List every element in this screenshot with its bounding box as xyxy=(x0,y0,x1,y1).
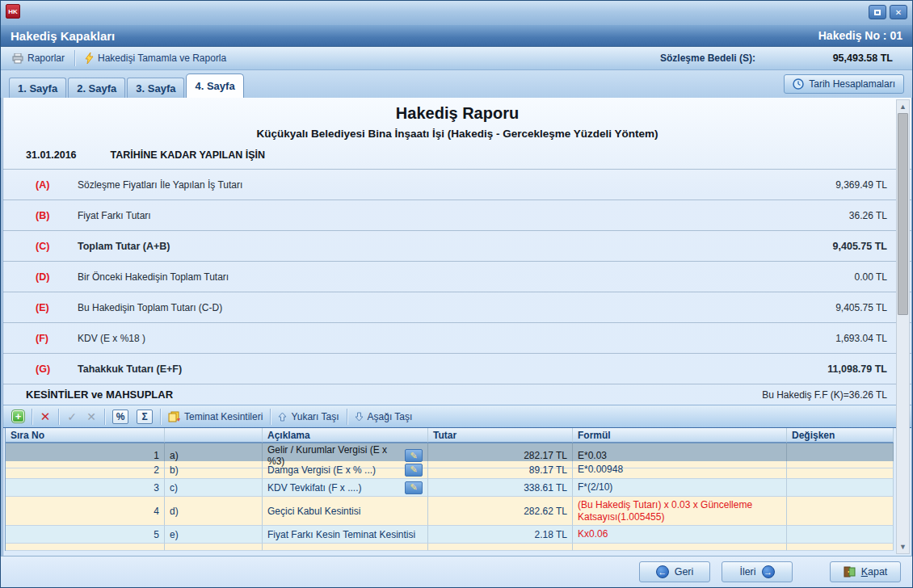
col-header-degisken[interactable]: Değişken xyxy=(787,428,894,443)
report-subtitle: Küçükyalı Belediyesi Bina İnşaatı İşi (H… xyxy=(3,128,911,140)
col-header-formul[interactable]: Formül xyxy=(573,428,787,443)
cancel-icon: ✕ xyxy=(86,410,96,423)
cancel-edit-button[interactable]: ✕ xyxy=(82,408,101,426)
close-icon: ✕ xyxy=(895,8,902,17)
summary-row-b: (B) Fiyat Farkı Tutarı 36.26 TL xyxy=(3,200,911,230)
col-header-tutar[interactable]: Tutar xyxy=(428,428,573,443)
main-toolbar: Raporlar Hakedişi Tamamla ve Raporla Söz… xyxy=(1,47,912,70)
table-row[interactable]: 2 b) Damga Vergisi (E x % ...)✎ 89.17 TL… xyxy=(6,461,894,479)
deductions-toolbar: + ✕ ✓ ✕ % Σ Teminat Kesintileri Yukarı T xyxy=(3,405,911,428)
teminat-kesintileri-button[interactable]: Teminat Kesintileri xyxy=(164,408,267,426)
tab-sayfa-3[interactable]: 3. Sayfa xyxy=(127,78,184,98)
maximize-icon xyxy=(874,10,881,15)
edit-row-icon[interactable]: ✎ xyxy=(405,449,423,462)
footer-bar: ← Geri İleri → Kapat xyxy=(1,556,912,587)
delete-row-button[interactable]: ✕ xyxy=(36,408,55,426)
table-row-partial xyxy=(6,544,894,551)
deductions-title: KESİNTİLER ve MAHSUPLAR xyxy=(26,388,762,401)
clock-icon xyxy=(793,78,804,90)
table-header-row: Sıra No Açıklama Tutar Formül Değişken xyxy=(6,428,894,443)
exit-door-icon xyxy=(844,566,856,578)
title-bar: HK ✕ xyxy=(1,1,912,25)
table-row[interactable]: 4 d) Geçici Kabul Kesintisi 282.62 TL (B… xyxy=(6,497,894,526)
next-button[interactable]: İleri → xyxy=(722,561,793,582)
report-dateline: 31.01.2016 TARİHİNE KADAR YAPILAN İŞİN xyxy=(26,149,911,161)
contract-amount-value: 95,493.58 TL xyxy=(755,52,893,64)
delete-icon: ✕ xyxy=(40,410,51,424)
tab-sayfa-2[interactable]: 2. Sayfa xyxy=(68,78,125,98)
report-date: 31.01.2016 xyxy=(26,149,77,161)
hakedis-no-label: Hakediş No : 01 xyxy=(818,29,902,42)
header-band: Hakediş Kapakları Hakediş No : 01 xyxy=(1,25,912,47)
table-row[interactable]: 3 c) KDV Tevkifatı (F x ....)✎ 338.61 TL… xyxy=(6,479,894,497)
col-header-sira-no[interactable]: Sıra No xyxy=(6,428,165,443)
toolbar-separator xyxy=(104,409,105,425)
lightning-icon xyxy=(85,52,94,64)
scrollbar-thumb[interactable] xyxy=(898,113,908,315)
apply-button[interactable]: ✓ xyxy=(62,408,82,426)
edit-row-icon[interactable]: ✎ xyxy=(405,481,423,494)
summary-row-a: (A) Sözleşme Fiyatları İle Yapılan İş Tu… xyxy=(3,169,911,200)
summary-row-e: (E) Bu Hakedişin Toplam Tutarı (C-D) 9,4… xyxy=(3,292,911,322)
sigma-icon: Σ xyxy=(137,410,153,424)
summary-rows: (A) Sözleşme Fiyatları İle Yapılan İş Tu… xyxy=(3,169,911,384)
toolbar-separator xyxy=(347,409,347,425)
edit-row-icon[interactable]: ✎ xyxy=(405,464,423,477)
toolbar-separator xyxy=(160,409,161,425)
toolbar-separator xyxy=(58,409,59,425)
app-icon: HK xyxy=(6,4,20,19)
table-row[interactable]: 5 e) Fiyat Farkı Kesin Teminat Kesintisi… xyxy=(6,526,894,544)
arrow-left-icon: ← xyxy=(656,565,669,578)
summary-row-g: (G) Tahakkuk Tutarı (E+F) 11,098.79 TL xyxy=(3,353,911,384)
deductions-table: Sıra No Açıklama Tutar Formül Değişken 1… xyxy=(5,428,894,551)
move-down-button[interactable]: Aşağı Taşı xyxy=(351,408,417,426)
arrow-up-icon xyxy=(278,412,287,422)
close-window-button[interactable]: Kapat xyxy=(830,561,901,582)
tab-sayfa-1[interactable]: 1. Sayfa xyxy=(9,78,66,98)
tab-strip: 1. Sayfa 2. Sayfa 3. Sayfa 4. Sayfa Tari… xyxy=(1,70,912,98)
arrow-down-icon xyxy=(355,412,364,422)
date-calculations-button[interactable]: Tarih Hesaplamaları xyxy=(784,74,904,94)
col-header-letter[interactable] xyxy=(165,428,263,443)
summary-row-d: (D) Bir Önceki Hakedişin Toplam Tutarı 0… xyxy=(3,261,911,292)
report-title: Hakediş Raporu xyxy=(3,104,911,123)
toolbar-separator xyxy=(32,409,32,425)
tab-sayfa-4[interactable]: 4. Sayfa xyxy=(186,74,243,98)
summary-row-f: (F) KDV (E x %18 ) 1,693.04 TL xyxy=(3,322,911,353)
report-page: Hakediş Raporu Küçükyalı Belediyesi Bina… xyxy=(1,98,912,556)
contract-amount-label: Sözleşme Bedeli (S): xyxy=(660,52,755,64)
add-row-button[interactable]: + xyxy=(8,408,28,426)
percent-icon: % xyxy=(112,410,128,424)
close-button[interactable]: ✕ xyxy=(890,5,907,19)
scroll-down-icon[interactable]: ▼ xyxy=(897,540,909,553)
move-up-button[interactable]: Yukarı Taşı xyxy=(274,408,343,426)
plus-icon: + xyxy=(12,410,24,422)
deductions-header: KESİNTİLER ve MAHSUPLAR Bu Hakediş F.F (… xyxy=(3,384,911,405)
printer-icon xyxy=(12,53,23,64)
guarantee-deductions-icon xyxy=(168,411,180,422)
table-row[interactable]: 1 a) Gelir / Kurumlar Vergisi (E x %3)✎ … xyxy=(6,443,894,461)
deductions-ff-note: Bu Hakediş F.F (K)=36.26 TL xyxy=(762,389,887,401)
summary-row-c: (C) Toplam Tutar (A+B) 9,405.75 TL xyxy=(3,230,911,261)
back-button[interactable]: ← Geri xyxy=(639,561,710,582)
sum-button[interactable]: Σ xyxy=(133,408,157,426)
reports-button[interactable]: Raporlar xyxy=(6,50,71,66)
toolbar-separator xyxy=(270,409,271,425)
check-icon: ✓ xyxy=(67,410,77,423)
complete-report-button[interactable]: Hakedişi Tamamla ve Raporla xyxy=(78,50,233,66)
arrow-right-icon: → xyxy=(762,565,775,578)
toolbar-separator xyxy=(74,50,75,66)
maximize-button[interactable] xyxy=(869,5,886,19)
col-header-aciklama[interactable]: Açıklama xyxy=(263,428,428,443)
percent-button[interactable]: % xyxy=(108,408,133,426)
scroll-up-icon[interactable]: ▲ xyxy=(897,100,909,113)
app-window: HK ✕ Hakediş Kapakları Hakediş No : 01 R… xyxy=(0,0,913,588)
page-title: Hakediş Kapakları xyxy=(11,29,115,43)
report-date-caption: TARİHİNE KADAR YAPILAN İŞİN xyxy=(111,149,265,161)
vertical-scrollbar[interactable]: ▲ ▼ xyxy=(896,99,910,554)
